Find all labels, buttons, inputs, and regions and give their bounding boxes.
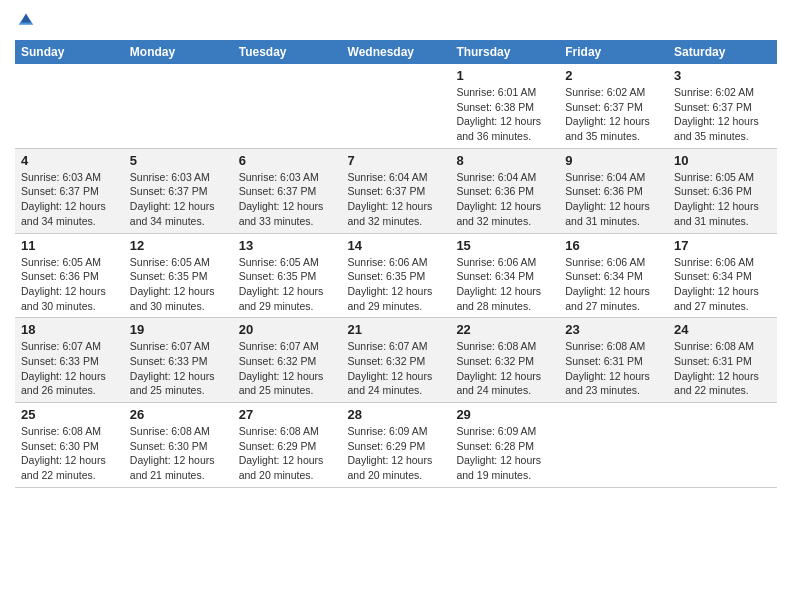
day-number: 1 xyxy=(456,68,553,83)
calendar-cell xyxy=(559,403,668,488)
day-number: 5 xyxy=(130,153,227,168)
day-info: Sunrise: 6:06 AMSunset: 6:35 PMDaylight:… xyxy=(348,255,445,314)
day-info: Sunrise: 6:02 AMSunset: 6:37 PMDaylight:… xyxy=(674,85,771,144)
day-info: Sunrise: 6:09 AMSunset: 6:29 PMDaylight:… xyxy=(348,424,445,483)
day-info: Sunrise: 6:08 AMSunset: 6:31 PMDaylight:… xyxy=(674,339,771,398)
day-number: 9 xyxy=(565,153,662,168)
day-number: 2 xyxy=(565,68,662,83)
day-number: 19 xyxy=(130,322,227,337)
day-number: 23 xyxy=(565,322,662,337)
day-info: Sunrise: 6:08 AMSunset: 6:30 PMDaylight:… xyxy=(130,424,227,483)
header-monday: Monday xyxy=(124,40,233,64)
calendar-cell: 7Sunrise: 6:04 AMSunset: 6:37 PMDaylight… xyxy=(342,148,451,233)
week-row-5: 25Sunrise: 6:08 AMSunset: 6:30 PMDayligh… xyxy=(15,403,777,488)
day-number: 17 xyxy=(674,238,771,253)
calendar-cell: 8Sunrise: 6:04 AMSunset: 6:36 PMDaylight… xyxy=(450,148,559,233)
day-info: Sunrise: 6:06 AMSunset: 6:34 PMDaylight:… xyxy=(674,255,771,314)
week-row-2: 4Sunrise: 6:03 AMSunset: 6:37 PMDaylight… xyxy=(15,148,777,233)
calendar-cell: 10Sunrise: 6:05 AMSunset: 6:36 PMDayligh… xyxy=(668,148,777,233)
week-row-1: 1Sunrise: 6:01 AMSunset: 6:38 PMDaylight… xyxy=(15,64,777,148)
calendar-cell: 20Sunrise: 6:07 AMSunset: 6:32 PMDayligh… xyxy=(233,318,342,403)
day-number: 26 xyxy=(130,407,227,422)
calendar-cell: 18Sunrise: 6:07 AMSunset: 6:33 PMDayligh… xyxy=(15,318,124,403)
page-header xyxy=(15,10,777,32)
header-wednesday: Wednesday xyxy=(342,40,451,64)
day-info: Sunrise: 6:04 AMSunset: 6:36 PMDaylight:… xyxy=(456,170,553,229)
calendar-cell: 26Sunrise: 6:08 AMSunset: 6:30 PMDayligh… xyxy=(124,403,233,488)
calendar-cell: 12Sunrise: 6:05 AMSunset: 6:35 PMDayligh… xyxy=(124,233,233,318)
day-info: Sunrise: 6:07 AMSunset: 6:32 PMDaylight:… xyxy=(239,339,336,398)
header-friday: Friday xyxy=(559,40,668,64)
calendar-cell: 2Sunrise: 6:02 AMSunset: 6:37 PMDaylight… xyxy=(559,64,668,148)
calendar-cell: 16Sunrise: 6:06 AMSunset: 6:34 PMDayligh… xyxy=(559,233,668,318)
calendar-cell: 25Sunrise: 6:08 AMSunset: 6:30 PMDayligh… xyxy=(15,403,124,488)
calendar-cell: 5Sunrise: 6:03 AMSunset: 6:37 PMDaylight… xyxy=(124,148,233,233)
day-number: 11 xyxy=(21,238,118,253)
day-info: Sunrise: 6:02 AMSunset: 6:37 PMDaylight:… xyxy=(565,85,662,144)
day-info: Sunrise: 6:05 AMSunset: 6:35 PMDaylight:… xyxy=(239,255,336,314)
week-row-4: 18Sunrise: 6:07 AMSunset: 6:33 PMDayligh… xyxy=(15,318,777,403)
header-thursday: Thursday xyxy=(450,40,559,64)
day-number: 13 xyxy=(239,238,336,253)
day-info: Sunrise: 6:08 AMSunset: 6:29 PMDaylight:… xyxy=(239,424,336,483)
calendar-cell xyxy=(668,403,777,488)
calendar-cell: 27Sunrise: 6:08 AMSunset: 6:29 PMDayligh… xyxy=(233,403,342,488)
day-number: 14 xyxy=(348,238,445,253)
calendar-table: SundayMondayTuesdayWednesdayThursdayFrid… xyxy=(15,40,777,488)
day-info: Sunrise: 6:04 AMSunset: 6:37 PMDaylight:… xyxy=(348,170,445,229)
day-info: Sunrise: 6:01 AMSunset: 6:38 PMDaylight:… xyxy=(456,85,553,144)
day-info: Sunrise: 6:03 AMSunset: 6:37 PMDaylight:… xyxy=(239,170,336,229)
week-row-3: 11Sunrise: 6:05 AMSunset: 6:36 PMDayligh… xyxy=(15,233,777,318)
day-number: 21 xyxy=(348,322,445,337)
day-info: Sunrise: 6:05 AMSunset: 6:36 PMDaylight:… xyxy=(674,170,771,229)
day-number: 29 xyxy=(456,407,553,422)
calendar-cell: 28Sunrise: 6:09 AMSunset: 6:29 PMDayligh… xyxy=(342,403,451,488)
calendar-cell: 24Sunrise: 6:08 AMSunset: 6:31 PMDayligh… xyxy=(668,318,777,403)
calendar-cell: 15Sunrise: 6:06 AMSunset: 6:34 PMDayligh… xyxy=(450,233,559,318)
logo-icon xyxy=(15,10,37,32)
logo xyxy=(15,10,39,32)
day-info: Sunrise: 6:08 AMSunset: 6:31 PMDaylight:… xyxy=(565,339,662,398)
day-info: Sunrise: 6:09 AMSunset: 6:28 PMDaylight:… xyxy=(456,424,553,483)
calendar-cell xyxy=(15,64,124,148)
day-number: 25 xyxy=(21,407,118,422)
day-number: 16 xyxy=(565,238,662,253)
day-number: 6 xyxy=(239,153,336,168)
day-number: 7 xyxy=(348,153,445,168)
calendar-cell: 13Sunrise: 6:05 AMSunset: 6:35 PMDayligh… xyxy=(233,233,342,318)
day-number: 10 xyxy=(674,153,771,168)
calendar-cell: 29Sunrise: 6:09 AMSunset: 6:28 PMDayligh… xyxy=(450,403,559,488)
day-info: Sunrise: 6:08 AMSunset: 6:30 PMDaylight:… xyxy=(21,424,118,483)
calendar-cell xyxy=(124,64,233,148)
day-number: 3 xyxy=(674,68,771,83)
day-number: 24 xyxy=(674,322,771,337)
day-info: Sunrise: 6:04 AMSunset: 6:36 PMDaylight:… xyxy=(565,170,662,229)
day-info: Sunrise: 6:05 AMSunset: 6:36 PMDaylight:… xyxy=(21,255,118,314)
day-number: 8 xyxy=(456,153,553,168)
calendar-cell: 23Sunrise: 6:08 AMSunset: 6:31 PMDayligh… xyxy=(559,318,668,403)
day-info: Sunrise: 6:07 AMSunset: 6:32 PMDaylight:… xyxy=(348,339,445,398)
day-info: Sunrise: 6:06 AMSunset: 6:34 PMDaylight:… xyxy=(456,255,553,314)
day-number: 22 xyxy=(456,322,553,337)
calendar-header-row: SundayMondayTuesdayWednesdayThursdayFrid… xyxy=(15,40,777,64)
calendar-cell: 9Sunrise: 6:04 AMSunset: 6:36 PMDaylight… xyxy=(559,148,668,233)
calendar-cell xyxy=(342,64,451,148)
day-number: 27 xyxy=(239,407,336,422)
calendar-cell: 4Sunrise: 6:03 AMSunset: 6:37 PMDaylight… xyxy=(15,148,124,233)
day-info: Sunrise: 6:03 AMSunset: 6:37 PMDaylight:… xyxy=(130,170,227,229)
calendar-cell: 17Sunrise: 6:06 AMSunset: 6:34 PMDayligh… xyxy=(668,233,777,318)
header-saturday: Saturday xyxy=(668,40,777,64)
day-number: 20 xyxy=(239,322,336,337)
calendar-cell: 6Sunrise: 6:03 AMSunset: 6:37 PMDaylight… xyxy=(233,148,342,233)
day-number: 18 xyxy=(21,322,118,337)
day-number: 4 xyxy=(21,153,118,168)
day-info: Sunrise: 6:07 AMSunset: 6:33 PMDaylight:… xyxy=(130,339,227,398)
day-info: Sunrise: 6:07 AMSunset: 6:33 PMDaylight:… xyxy=(21,339,118,398)
day-info: Sunrise: 6:08 AMSunset: 6:32 PMDaylight:… xyxy=(456,339,553,398)
day-number: 15 xyxy=(456,238,553,253)
calendar-cell: 19Sunrise: 6:07 AMSunset: 6:33 PMDayligh… xyxy=(124,318,233,403)
day-number: 28 xyxy=(348,407,445,422)
calendar-cell: 11Sunrise: 6:05 AMSunset: 6:36 PMDayligh… xyxy=(15,233,124,318)
day-info: Sunrise: 6:05 AMSunset: 6:35 PMDaylight:… xyxy=(130,255,227,314)
day-info: Sunrise: 6:03 AMSunset: 6:37 PMDaylight:… xyxy=(21,170,118,229)
